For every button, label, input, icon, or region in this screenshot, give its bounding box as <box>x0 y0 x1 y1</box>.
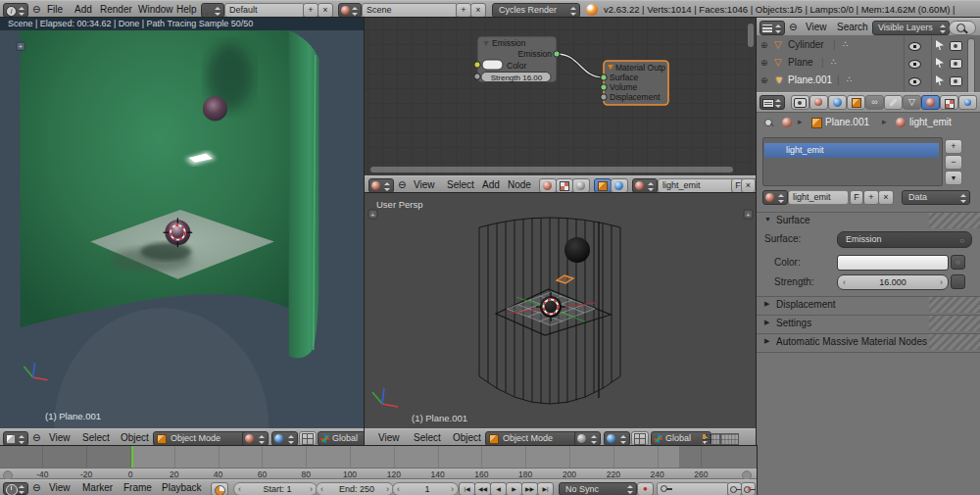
outliner-search-button[interactable] <box>949 21 976 35</box>
tab-object-data[interactable]: ▽ <box>903 95 921 110</box>
tab-render[interactable] <box>791 95 809 110</box>
menu-playback[interactable]: Playback <box>162 480 202 495</box>
color-swatch[interactable] <box>482 60 503 70</box>
menu-search[interactable]: Search <box>837 19 868 36</box>
scene-icon-button[interactable] <box>338 3 362 18</box>
render-viewport[interactable]: Scene | Elapsed: 00:34.62 | Done | Path … <box>0 18 365 446</box>
emission-output-socket[interactable] <box>554 51 560 57</box>
remove-slot-button[interactable]: − <box>945 155 962 170</box>
add-layout-button[interactable]: + <box>303 3 318 18</box>
collapse-menus-icon[interactable]: ⊖ <box>398 176 406 194</box>
editor-type-outliner-button[interactable] <box>760 21 785 35</box>
wireframe-viewport[interactable]: + + User Persp (1) Plane.001 View Select… <box>365 193 757 446</box>
keying-set-field[interactable] <box>657 482 729 495</box>
editor-type-node-button[interactable] <box>368 178 394 193</box>
screen-layout-field[interactable]: Default <box>224 3 305 18</box>
menu-view[interactable]: View <box>49 480 71 495</box>
editor-type-properties-button[interactable] <box>760 95 785 110</box>
menu-file[interactable]: File <box>47 1 63 19</box>
slider-right-arrow[interactable]: › <box>940 275 943 289</box>
tab-object[interactable] <box>847 95 865 110</box>
menu-view[interactable]: View <box>49 429 71 447</box>
expand-icon[interactable]: ⊕ <box>760 58 768 68</box>
visibility-eye-icon[interactable] <box>908 77 921 86</box>
menu-render[interactable]: Render <box>100 1 132 19</box>
snap-button[interactable] <box>299 431 317 446</box>
tab-texture[interactable] <box>940 95 958 110</box>
snap-button[interactable] <box>631 431 649 446</box>
node-canvas[interactable]: Emission Emission Color Strength 16.00 M… <box>365 18 757 175</box>
play-button[interactable]: ▶ <box>506 482 522 495</box>
surface-input-socket[interactable] <box>601 74 607 80</box>
add-scene-button[interactable]: + <box>456 3 471 18</box>
editor-type-info-button[interactable]: i <box>3 3 28 18</box>
screen-layout-icon-button[interactable] <box>201 3 224 18</box>
unlink-material-button[interactable]: × <box>878 190 894 205</box>
timeline-track[interactable] <box>0 446 757 468</box>
breadcrumb-material[interactable]: light_emit <box>909 117 952 127</box>
material-name-field[interactable]: light_emit <box>658 178 734 193</box>
world-material-toggle[interactable] <box>611 178 628 193</box>
color-swatch[interactable] <box>837 255 949 271</box>
menu-select[interactable]: Select <box>447 176 474 194</box>
breadcrumb-object[interactable]: Plane.001 <box>825 117 869 127</box>
unlink-material-button[interactable]: × <box>741 178 756 193</box>
delete-scene-button[interactable]: × <box>470 3 486 18</box>
menu-marker[interactable]: Marker <box>82 480 113 495</box>
strength-socket-button[interactable] <box>951 274 965 289</box>
preview-range-button[interactable] <box>211 482 228 495</box>
menu-add[interactable]: Add <box>74 1 92 19</box>
tab-modifiers[interactable] <box>884 95 903 110</box>
new-material-button[interactable]: + <box>863 190 879 205</box>
layers-grid-left[interactable] <box>702 433 720 445</box>
selectability-cursor-icon[interactable] <box>936 58 944 68</box>
collapse-menus-icon[interactable]: ⊖ <box>32 480 40 495</box>
panel-header-settings[interactable]: ▶ Settings <box>757 316 980 331</box>
panel-header-surface[interactable]: ▼ Surface <box>757 213 980 228</box>
delete-layout-button[interactable]: × <box>318 3 333 18</box>
expand-icon[interactable]: ⊕ <box>760 40 768 50</box>
renderability-camera-icon[interactable] <box>950 41 962 51</box>
next-keyframe-button[interactable]: ▶▶ <box>521 482 538 495</box>
v-scrollbar[interactable] <box>748 24 754 47</box>
strength-input-socket[interactable] <box>474 74 480 79</box>
renderability-camera-icon[interactable] <box>950 59 962 69</box>
menu-view[interactable]: View <box>806 19 827 36</box>
scene-name-field[interactable]: Scene <box>362 3 458 18</box>
color-input-socket[interactable] <box>474 62 480 68</box>
expand-icon[interactable]: ⊕ <box>760 75 768 85</box>
tab-material-active[interactable] <box>921 95 940 110</box>
renderability-camera-icon[interactable] <box>950 76 962 86</box>
node-material-output[interactable]: Material Outp Surface Volume Displacemen… <box>601 61 668 105</box>
browse-material-button[interactable] <box>762 190 788 205</box>
start-frame-field[interactable]: ‹ Start: 1 › <box>233 482 318 495</box>
volume-input-socket[interactable] <box>601 84 607 90</box>
menu-help[interactable]: Help <box>176 1 197 19</box>
menu-add[interactable]: Add <box>482 176 500 194</box>
tab-scene[interactable] <box>809 95 828 110</box>
collapse-menus-icon[interactable]: ⊖ <box>32 1 40 19</box>
tab-world[interactable] <box>828 95 847 110</box>
material-slot-selected[interactable]: light_emit <box>764 143 939 158</box>
menu-frame[interactable]: Frame <box>123 480 152 495</box>
delete-keyframe-button[interactable]: × <box>741 482 756 495</box>
viewport-shading-select[interactable] <box>574 431 601 446</box>
object-material-toggle[interactable] <box>594 178 612 193</box>
viewport-shading-select[interactable] <box>242 431 269 446</box>
menu-view[interactable]: View <box>414 176 435 194</box>
menu-object[interactable]: Object <box>121 429 149 447</box>
menu-window[interactable]: Window <box>138 1 173 19</box>
collapse-menus-icon[interactable]: ⊖ <box>789 19 797 36</box>
menu-select[interactable]: Select <box>82 429 110 447</box>
displacement-input-socket[interactable] <box>601 94 607 100</box>
prev-keyframe-button[interactable]: ◀◀ <box>474 482 491 495</box>
render-engine-select[interactable]: Cycles Render <box>492 3 580 18</box>
visibility-eye-icon[interactable] <box>908 60 921 69</box>
end-frame-field[interactable]: ‹ End: 250 › <box>316 482 394 495</box>
selectability-cursor-icon[interactable] <box>936 40 944 50</box>
visibility-eye-icon[interactable] <box>908 42 921 51</box>
outliner-scrollbar[interactable] <box>967 38 975 97</box>
compositing-nodes-button[interactable] <box>572 178 590 193</box>
add-slot-button[interactable]: + <box>945 139 962 154</box>
collapse-menus-icon[interactable]: ⊖ <box>32 429 40 447</box>
